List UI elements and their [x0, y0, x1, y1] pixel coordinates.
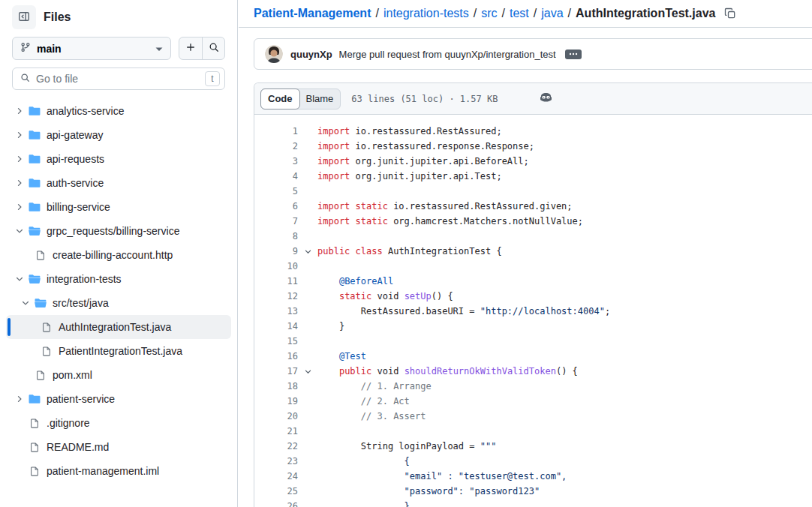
line-number[interactable]: 23	[254, 454, 298, 469]
tree-item-billing-service[interactable]: billing-service	[6, 195, 231, 219]
line-number[interactable]: 16	[254, 349, 298, 364]
go-to-file-input[interactable]	[36, 73, 205, 85]
new-file-button[interactable]	[179, 38, 202, 59]
chevron-spacer	[14, 441, 26, 453]
tree-item-AuthIntegrationTest.java[interactable]: AuthIntegrationTest.java	[6, 315, 231, 339]
line-number[interactable]: 13	[254, 304, 298, 319]
line-number[interactable]: 19	[254, 394, 298, 409]
code-line-2: 2import io.restassured.response.Response…	[254, 139, 812, 154]
tree-item-pom.xml[interactable]: pom.xml	[6, 363, 231, 387]
line-number[interactable]: 10	[254, 259, 298, 274]
tree-item-PatientIntegrationTest.java[interactable]: PatientIntegrationTest.java	[6, 339, 231, 363]
code-line-17: 17 public void shouldReturnOkWithValidTo…	[254, 364, 812, 379]
line-number[interactable]: 1	[254, 124, 298, 139]
tree-item-api-requests[interactable]: api-requests	[6, 147, 231, 171]
code-text	[317, 334, 812, 349]
fold-spacer	[298, 349, 317, 364]
chevron-right-icon[interactable]	[14, 153, 26, 165]
tree-item-analytics-service[interactable]: analytics-service	[6, 99, 231, 123]
tree-item-.gitignore[interactable]: .gitignore	[6, 411, 231, 435]
line-number[interactable]: 18	[254, 379, 298, 394]
code-text: @Test	[317, 349, 812, 364]
breadcrumb-segment[interactable]: src	[481, 7, 497, 20]
tree-item-create-billing-account.http[interactable]: create-billing-account.http	[6, 243, 231, 267]
commit-author[interactable]: quuynXp	[290, 49, 332, 60]
line-number[interactable]: 12	[254, 289, 298, 304]
tree-item-grpc_requests/billing-service[interactable]: grpc_requests/billing-service	[6, 219, 231, 243]
line-number[interactable]: 5	[254, 184, 298, 199]
branch-selector[interactable]: main	[12, 37, 171, 60]
breadcrumb-current-file: AuthIntegrationTest.java	[576, 7, 715, 20]
line-number[interactable]: 20	[254, 409, 298, 424]
avatar[interactable]	[265, 45, 283, 63]
fold-spacer	[298, 439, 317, 454]
latest-commit-bar: quuynXp Merge pull request from quuynXp/…	[254, 38, 812, 70]
fold-spacer	[298, 199, 317, 214]
file-tree: analytics-serviceapi-gatewayapi-requests…	[0, 99, 237, 507]
fold-spacer	[298, 499, 317, 507]
chevron-down-icon[interactable]	[20, 297, 32, 309]
line-number[interactable]: 26	[254, 499, 298, 507]
breadcrumb-separator: /	[371, 7, 383, 20]
breadcrumb-segment[interactable]: java	[541, 7, 563, 20]
tree-item-patient-management.iml[interactable]: patient-management.iml	[6, 459, 231, 483]
tree-item-src/test/java[interactable]: src/test/java	[6, 291, 231, 315]
line-number[interactable]: 9	[254, 244, 298, 259]
fold-spacer	[298, 184, 317, 199]
breadcrumb-segment[interactable]: integration-tests	[383, 7, 469, 20]
tab-code[interactable]: Code	[260, 88, 300, 110]
breadcrumb-segment[interactable]: test	[510, 7, 529, 20]
line-number[interactable]: 14	[254, 319, 298, 334]
code-text: import static org.hamcrest.Matchers.notN…	[317, 214, 812, 229]
search-tree-button[interactable]	[202, 38, 224, 59]
line-number[interactable]: 17	[254, 364, 298, 379]
code-text: }	[317, 319, 812, 334]
line-number[interactable]: 15	[254, 334, 298, 349]
line-number[interactable]: 22	[254, 439, 298, 454]
line-number[interactable]: 6	[254, 199, 298, 214]
breadcrumb-separator: /	[469, 7, 481, 20]
fold-chevron-icon[interactable]	[298, 244, 317, 259]
copy-path-icon[interactable]	[724, 8, 736, 20]
chevron-right-icon[interactable]	[14, 105, 26, 117]
line-number[interactable]: 7	[254, 214, 298, 229]
chevron-down-icon[interactable]	[14, 273, 26, 285]
commit-message[interactable]: Merge pull request from quuynXp/intergra…	[339, 49, 556, 60]
chevron-right-icon[interactable]	[14, 129, 26, 141]
file-icon	[29, 465, 41, 477]
tree-item-integration-tests[interactable]: integration-tests	[6, 267, 231, 291]
tree-item-label: billing-service	[47, 201, 110, 213]
line-number[interactable]: 2	[254, 139, 298, 154]
code-line-18: 18 // 1. Arrange	[254, 379, 812, 394]
tree-item-patient-service[interactable]: patient-service	[6, 387, 231, 411]
line-number[interactable]: 21	[254, 424, 298, 439]
chevron-right-icon[interactable]	[14, 201, 26, 213]
line-number[interactable]: 4	[254, 169, 298, 184]
line-number[interactable]: 11	[254, 274, 298, 289]
line-number[interactable]: 25	[254, 484, 298, 499]
tree-item-api-gateway[interactable]: api-gateway	[6, 123, 231, 147]
copilot-button[interactable]	[540, 92, 552, 106]
line-number[interactable]: 3	[254, 154, 298, 169]
tree-item-README.md[interactable]: README.md	[6, 435, 231, 459]
code-text	[317, 229, 812, 244]
go-to-file-box: t	[12, 68, 225, 90]
tree-action-group	[179, 37, 225, 60]
breadcrumb-repo-link[interactable]: Patient-Management	[254, 7, 371, 20]
code-line-8: 8	[254, 229, 812, 244]
line-number[interactable]: 8	[254, 229, 298, 244]
file-icon	[29, 417, 41, 429]
tab-blame[interactable]: Blame	[299, 89, 341, 109]
line-number[interactable]: 24	[254, 469, 298, 484]
chevron-right-icon[interactable]	[14, 393, 26, 405]
folder-icon	[29, 393, 41, 405]
fold-chevron-icon[interactable]	[298, 364, 317, 379]
tree-item-label: .gitignore	[47, 417, 90, 429]
collapse-sidebar-button[interactable]	[12, 5, 36, 29]
chevron-right-icon[interactable]	[14, 177, 26, 189]
tree-item-auth-service[interactable]: auth-service	[6, 171, 231, 195]
commit-ellipsis-button[interactable]	[565, 50, 582, 59]
fold-spacer	[298, 469, 317, 484]
chevron-down-icon[interactable]	[14, 225, 26, 237]
fold-spacer	[298, 274, 317, 289]
